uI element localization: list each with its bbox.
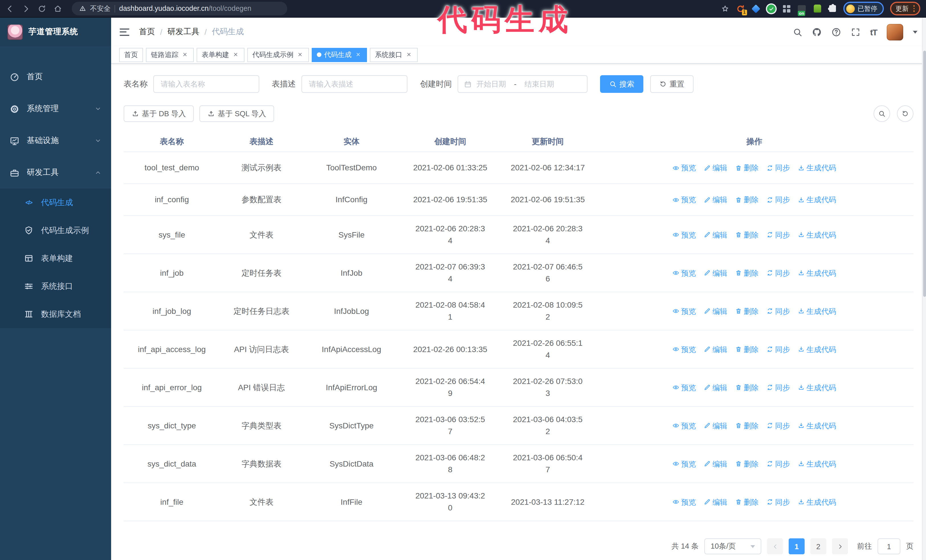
action-preview[interactable]: 预览 bbox=[672, 229, 696, 241]
import-sql-button[interactable]: 基于 SQL 导入 bbox=[200, 106, 274, 122]
breadcrumb-item[interactable]: 研发工具 bbox=[168, 27, 200, 37]
breadcrumb-item[interactable]: 首页 bbox=[139, 27, 155, 37]
search-icon[interactable] bbox=[793, 27, 802, 37]
reset-button[interactable]: 重置 bbox=[650, 75, 693, 93]
home-icon[interactable] bbox=[54, 4, 62, 13]
prev-page-button[interactable] bbox=[767, 538, 783, 554]
action-sync[interactable]: 同步 bbox=[766, 343, 790, 355]
scrollbar-thumb[interactable] bbox=[923, 51, 926, 297]
font-size-icon[interactable]: tT bbox=[870, 27, 877, 37]
action-delete[interactable]: 删除 bbox=[735, 343, 758, 355]
action-preview[interactable]: 预览 bbox=[672, 162, 696, 174]
action-delete[interactable]: 删除 bbox=[735, 496, 758, 508]
action-generate[interactable]: 生成代码 bbox=[798, 305, 836, 317]
action-delete[interactable]: 删除 bbox=[735, 194, 758, 206]
url-text[interactable]: dashboard.yudao.iocoder.cn/tool/codegen bbox=[119, 5, 251, 12]
action-generate[interactable]: 生成代码 bbox=[798, 343, 836, 355]
extension-grid-icon[interactable] bbox=[782, 4, 791, 13]
tab-系统接口[interactable]: 系统接口 × bbox=[370, 48, 418, 62]
reload-icon[interactable] bbox=[38, 4, 46, 13]
fullscreen-icon[interactable] bbox=[851, 27, 861, 37]
action-preview[interactable]: 预览 bbox=[672, 420, 696, 432]
action-preview[interactable]: 预览 bbox=[672, 381, 696, 393]
action-sync[interactable]: 同步 bbox=[766, 496, 790, 508]
sidebar-item[interactable]: 基础设施 bbox=[0, 125, 111, 157]
action-delete[interactable]: 删除 bbox=[735, 381, 758, 393]
close-icon[interactable]: × bbox=[354, 51, 362, 58]
toggle-search-button[interactable] bbox=[873, 106, 890, 122]
action-edit[interactable]: 编辑 bbox=[704, 229, 727, 241]
table-desc-input[interactable] bbox=[301, 75, 407, 93]
github-icon[interactable] bbox=[812, 27, 822, 37]
action-sync[interactable]: 同步 bbox=[766, 229, 790, 241]
action-sync[interactable]: 同步 bbox=[766, 162, 790, 174]
action-sync[interactable]: 同步 bbox=[766, 458, 790, 470]
extension-rss-icon[interactable]: 1 bbox=[736, 4, 745, 13]
action-sync[interactable]: 同步 bbox=[766, 381, 790, 393]
browser-update-menu[interactable]: 更新 bbox=[890, 2, 920, 15]
action-preview[interactable]: 预览 bbox=[672, 458, 696, 470]
extension-proxy-icon[interactable]: on bbox=[797, 4, 806, 13]
action-delete[interactable]: 删除 bbox=[735, 267, 758, 279]
action-delete[interactable]: 删除 bbox=[735, 229, 758, 241]
back-icon[interactable] bbox=[6, 4, 14, 13]
tab-首页[interactable]: 首页 bbox=[119, 48, 143, 62]
date-range-picker[interactable]: 开始日期 - 结束日期 bbox=[458, 75, 587, 93]
action-sync[interactable]: 同步 bbox=[766, 305, 790, 317]
sidebar-item[interactable]: 首页 bbox=[0, 61, 111, 93]
action-generate[interactable]: 生成代码 bbox=[798, 420, 836, 432]
help-icon[interactable] bbox=[831, 27, 841, 37]
refresh-table-button[interactable] bbox=[897, 106, 914, 122]
tab-链路追踪[interactable]: 链路追踪 × bbox=[146, 48, 194, 62]
action-generate[interactable]: 生成代码 bbox=[798, 229, 836, 241]
page-button-2[interactable]: 2 bbox=[810, 538, 826, 554]
tab-代码生成[interactable]: 代码生成 × bbox=[312, 48, 367, 62]
paused-extension-pill[interactable]: 已暂停 bbox=[843, 2, 884, 15]
next-page-button[interactable] bbox=[832, 538, 848, 554]
close-icon[interactable]: × bbox=[296, 51, 304, 58]
action-preview[interactable]: 预览 bbox=[672, 496, 696, 508]
action-edit[interactable]: 编辑 bbox=[704, 343, 727, 355]
action-edit[interactable]: 编辑 bbox=[704, 381, 727, 393]
close-icon[interactable]: × bbox=[181, 51, 189, 58]
action-generate[interactable]: 生成代码 bbox=[798, 267, 836, 279]
tab-代码生成示例[interactable]: 代码生成示例 × bbox=[247, 48, 309, 62]
tab-表单构建[interactable]: 表单构建 × bbox=[197, 48, 244, 62]
action-preview[interactable]: 预览 bbox=[672, 343, 696, 355]
action-generate[interactable]: 生成代码 bbox=[798, 496, 836, 508]
search-button[interactable]: 搜索 bbox=[600, 75, 643, 93]
action-delete[interactable]: 删除 bbox=[735, 420, 758, 432]
sidebar-subitem[interactable]: 数据库文档 bbox=[0, 300, 111, 328]
forward-icon[interactable] bbox=[22, 4, 30, 13]
action-edit[interactable]: 编辑 bbox=[704, 267, 727, 279]
extension-check-icon[interactable] bbox=[766, 4, 776, 13]
close-icon[interactable]: × bbox=[232, 51, 239, 58]
extension-gem-icon[interactable] bbox=[751, 4, 760, 13]
action-edit[interactable]: 编辑 bbox=[704, 194, 727, 206]
page-scrollbar[interactable] bbox=[922, 18, 926, 560]
action-delete[interactable]: 删除 bbox=[735, 458, 758, 470]
action-generate[interactable]: 生成代码 bbox=[798, 458, 836, 470]
action-generate[interactable]: 生成代码 bbox=[798, 194, 836, 206]
action-delete[interactable]: 删除 bbox=[735, 305, 758, 317]
table-name-input[interactable] bbox=[153, 75, 259, 93]
bookmark-star-icon[interactable] bbox=[721, 4, 729, 13]
sidebar-item[interactable]: 研发工具 bbox=[0, 157, 111, 189]
close-icon[interactable]: × bbox=[405, 51, 413, 58]
action-preview[interactable]: 预览 bbox=[672, 305, 696, 317]
page-button-1[interactable]: 1 bbox=[789, 538, 805, 554]
action-sync[interactable]: 同步 bbox=[766, 420, 790, 432]
chevron-down-icon[interactable] bbox=[913, 30, 917, 33]
app-logo-row[interactable]: 芋道管理系统 bbox=[0, 18, 111, 46]
sidebar-subitem[interactable]: </>代码生成 bbox=[0, 189, 111, 216]
action-generate[interactable]: 生成代码 bbox=[798, 162, 836, 174]
action-edit[interactable]: 编辑 bbox=[704, 458, 727, 470]
sidebar-subitem[interactable]: 系统接口 bbox=[0, 272, 111, 300]
action-sync[interactable]: 同步 bbox=[766, 194, 790, 206]
avatar[interactable] bbox=[887, 24, 903, 40]
sidebar-subitem[interactable]: 表单构建 bbox=[0, 245, 111, 272]
extension-robot-icon[interactable] bbox=[813, 4, 822, 13]
action-preview[interactable]: 预览 bbox=[672, 267, 696, 279]
action-generate[interactable]: 生成代码 bbox=[798, 381, 836, 393]
action-edit[interactable]: 编辑 bbox=[704, 496, 727, 508]
